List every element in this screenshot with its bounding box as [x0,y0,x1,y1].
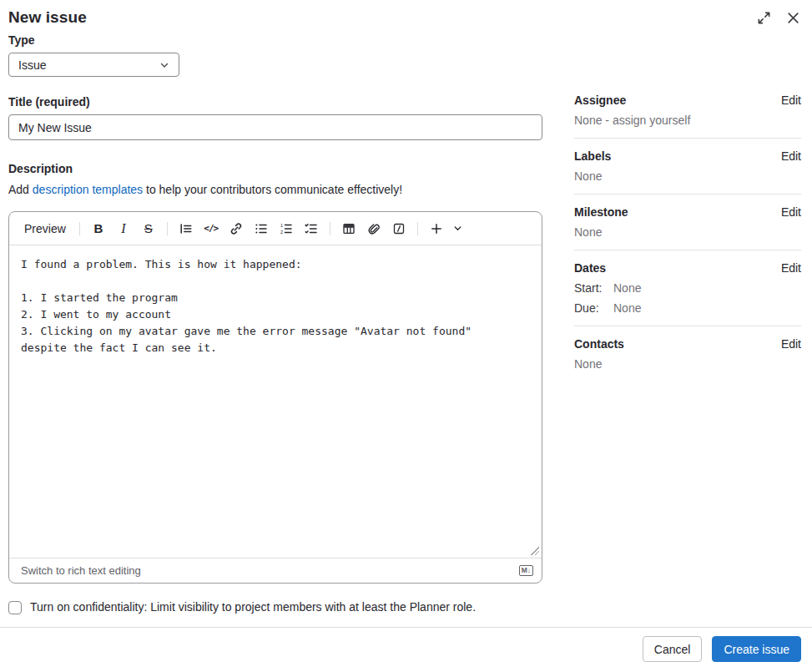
quote-button[interactable] [174,217,198,240]
sidebar-section-labels: Labels Edit None [574,149,801,195]
type-select[interactable]: Issue [8,53,179,77]
bold-button[interactable]: B [87,217,110,240]
attach-file-button[interactable] [362,217,386,240]
task-list-button[interactable] [300,217,323,240]
bullet-list-icon [255,222,268,235]
create-issue-button[interactable]: Create issue [712,636,801,662]
milestone-title: Milestone [574,205,628,219]
close-modal-button[interactable] [784,9,802,27]
hint-text: to help your contributors communicate ef… [143,183,402,196]
close-icon [786,11,800,25]
confidentiality-checkbox[interactable] [8,601,22,614]
milestone-value: None [574,225,801,239]
paperclip-icon [367,222,381,235]
toolbar-dropdown-button[interactable] [450,217,467,240]
chevron-down-icon [159,59,170,71]
start-date-value: None [613,281,641,295]
page-title: New issue [8,8,87,27]
labels-value: None [574,169,801,183]
hint-text: Add [8,183,33,196]
labels-edit-button[interactable]: Edit [781,149,801,163]
svg-text:1: 1 [280,222,283,227]
type-select-value: Issue [18,58,46,72]
cancel-button[interactable]: Cancel [643,636,703,662]
toolbar-divider [417,222,418,235]
dates-title: Dates [574,261,606,275]
editor-footer: Switch to rich text editing M↓ [9,558,542,583]
markdown-icon[interactable]: M↓ [519,565,533,576]
table-button[interactable] [337,217,361,240]
plus-icon [430,222,443,235]
toolbar-divider [330,222,330,235]
labels-title: Labels [574,149,611,163]
bullet-list-button[interactable] [250,217,273,240]
milestone-edit-button[interactable]: Edit [781,205,801,219]
code-button[interactable]: </> [199,217,223,240]
confidentiality-row: Turn on confidentiality: Limit visibilit… [8,600,542,614]
toolbar-divider [167,222,168,235]
description-label: Description [8,162,542,175]
description-hint: Add description templates to help your c… [8,183,542,196]
modal-body: Type Issue Title (required) Description … [0,33,812,614]
start-date-row: Start: None [574,281,801,295]
description-group: Description Add description templates to… [8,162,542,614]
due-date-value: None [613,301,641,315]
textarea-wrapper: I found a problem. This is how it happen… [9,245,542,558]
confidentiality-label[interactable]: Turn on confidentiality: Limit visibilit… [30,600,476,614]
contacts-edit-button[interactable]: Edit [781,337,801,351]
issue-sidebar: Assignee Edit None - assign yourself Lab… [574,93,801,392]
sidebar-section-contacts: Contacts Edit None [574,337,801,381]
issue-form: Type Issue Title (required) Description … [8,33,542,614]
start-date-label: Start: [574,281,613,295]
sidebar-section-dates: Dates Edit Start: None Due: None [574,261,801,326]
title-label: Title (required) [8,95,542,109]
expand-modal-button[interactable] [755,9,773,27]
dates-edit-button[interactable]: Edit [781,261,801,275]
type-label: Type [8,33,542,47]
toolbar-divider [79,222,80,235]
markdown-editor: Preview B I S </> [8,211,542,584]
numbered-list-icon: 1 2 [280,222,293,235]
italic-button[interactable]: I [112,217,135,240]
quick-action-button[interactable] [387,217,411,240]
resize-handle[interactable] [531,547,539,555]
modal-footer: Cancel Create issue [0,627,812,672]
contacts-value: None [574,357,801,371]
quote-icon [179,222,193,235]
contacts-title: Contacts [574,337,624,351]
strikethrough-button[interactable]: S [137,217,160,240]
title-group: Title (required) [8,95,542,140]
chevron-down-icon [452,223,463,234]
sidebar-section-assignee: Assignee Edit None - assign yourself [574,93,801,139]
modal-header: New issue [0,0,812,33]
description-templates-link[interactable]: description templates [33,183,143,196]
description-textarea[interactable]: I found a problem. This is how it happen… [9,245,542,558]
quick-action-icon [392,222,406,235]
due-date-label: Due: [574,301,613,315]
title-input[interactable] [8,114,542,140]
switch-rich-text-button[interactable]: Switch to rich text editing [21,564,141,577]
assignee-title: Assignee [574,93,626,107]
task-list-icon [305,222,318,235]
header-actions [755,9,802,27]
type-group: Type Issue [8,33,542,77]
preview-button[interactable]: Preview [18,217,73,240]
more-options-button[interactable] [425,217,448,240]
sidebar-section-milestone: Milestone Edit None [574,205,801,250]
editor-toolbar: Preview B I S </> [9,212,542,245]
link-icon [229,222,243,235]
link-button[interactable] [224,217,248,240]
new-issue-modal: New issue Type Issue [0,0,812,672]
due-date-row: Due: None [574,301,801,315]
svg-text:2: 2 [280,230,283,235]
expand-icon [757,11,771,25]
numbered-list-button[interactable]: 1 2 [275,217,298,240]
assignee-edit-button[interactable]: Edit [781,93,801,107]
assignee-value[interactable]: None - assign yourself [574,114,801,127]
table-icon [342,222,356,235]
